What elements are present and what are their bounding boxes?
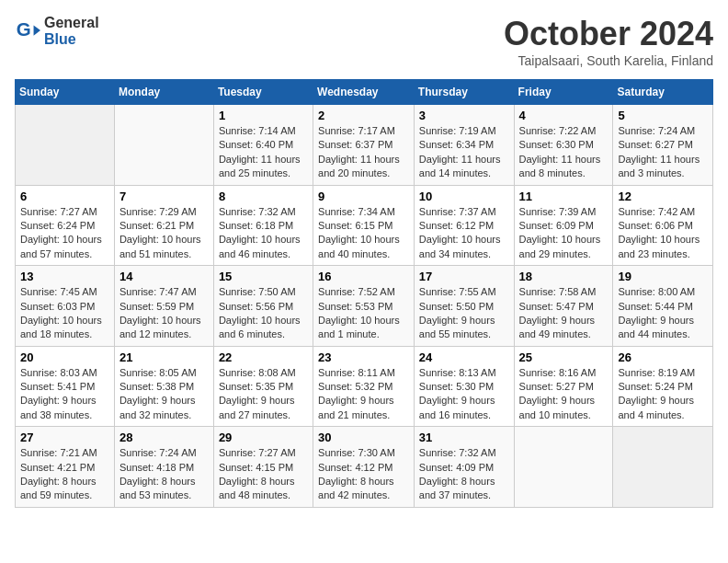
location: Taipalsaari, South Karelia, Finland — [504, 53, 713, 68]
day-info: Sunrise: 8:08 AM Sunset: 5:35 PM Dayligh… — [219, 366, 308, 423]
day-info: Sunrise: 7:24 AM Sunset: 6:27 PM Dayligh… — [618, 124, 708, 181]
day-number: 7 — [119, 190, 209, 203]
day-info: Sunrise: 8:16 AM Sunset: 5:27 PM Dayligh… — [519, 366, 609, 423]
day-number: 4 — [519, 109, 609, 122]
month-title: October 2024 — [504, 15, 713, 53]
calendar-cell: 13Sunrise: 7:45 AM Sunset: 6:03 PM Dayli… — [16, 266, 115, 347]
calendar-cell: 4Sunrise: 7:22 AM Sunset: 6:30 PM Daylig… — [514, 105, 613, 186]
day-number: 16 — [318, 270, 409, 283]
calendar-cell: 28Sunrise: 7:24 AM Sunset: 4:18 PM Dayli… — [114, 427, 213, 508]
day-info: Sunrise: 8:03 AM Sunset: 5:41 PM Dayligh… — [20, 366, 109, 423]
day-number: 18 — [519, 270, 609, 283]
calendar-cell: 15Sunrise: 7:50 AM Sunset: 5:56 PM Dayli… — [213, 266, 313, 347]
calendar-cell: 2Sunrise: 7:17 AM Sunset: 6:37 PM Daylig… — [313, 105, 415, 186]
calendar-cell: 19Sunrise: 8:00 AM Sunset: 5:44 PM Dayli… — [613, 266, 713, 347]
day-info: Sunrise: 7:55 AM Sunset: 5:50 PM Dayligh… — [419, 285, 509, 342]
day-info: Sunrise: 7:22 AM Sunset: 6:30 PM Dayligh… — [519, 124, 609, 181]
calendar-cell: 25Sunrise: 8:16 AM Sunset: 5:27 PM Dayli… — [514, 346, 613, 427]
day-info: Sunrise: 7:42 AM Sunset: 6:06 PM Dayligh… — [618, 205, 708, 262]
day-info: Sunrise: 7:19 AM Sunset: 6:34 PM Dayligh… — [419, 124, 509, 181]
calendar-week-2: 13Sunrise: 7:45 AM Sunset: 6:03 PM Dayli… — [16, 266, 713, 347]
header-monday: Monday — [114, 80, 213, 105]
day-info: Sunrise: 8:00 AM Sunset: 5:44 PM Dayligh… — [618, 285, 708, 342]
title-block: October 2024 Taipalsaari, South Karelia,… — [504, 15, 713, 68]
header-wednesday: Wednesday — [313, 80, 415, 105]
day-info: Sunrise: 7:27 AM Sunset: 6:24 PM Dayligh… — [20, 205, 109, 262]
calendar-cell: 18Sunrise: 7:58 AM Sunset: 5:47 PM Dayli… — [514, 266, 613, 347]
day-info: Sunrise: 7:39 AM Sunset: 6:09 PM Dayligh… — [519, 205, 609, 262]
day-number: 11 — [519, 190, 609, 203]
day-info: Sunrise: 7:24 AM Sunset: 4:18 PM Dayligh… — [119, 446, 209, 503]
day-number: 15 — [219, 270, 308, 283]
day-info: Sunrise: 7:52 AM Sunset: 5:53 PM Dayligh… — [318, 285, 409, 342]
calendar-cell: 17Sunrise: 7:55 AM Sunset: 5:50 PM Dayli… — [414, 266, 514, 347]
calendar-cell: 5Sunrise: 7:24 AM Sunset: 6:27 PM Daylig… — [613, 105, 713, 186]
calendar-cell — [16, 105, 115, 186]
logo-general: General — [44, 15, 99, 30]
calendar-header-row: SundayMondayTuesdayWednesdayThursdayFrid… — [16, 80, 713, 105]
day-number: 2 — [318, 109, 409, 122]
calendar-cell: 26Sunrise: 8:19 AM Sunset: 5:24 PM Dayli… — [613, 346, 713, 427]
day-info: Sunrise: 8:19 AM Sunset: 5:24 PM Dayligh… — [618, 366, 708, 423]
day-info: Sunrise: 7:32 AM Sunset: 4:09 PM Dayligh… — [419, 446, 509, 503]
calendar-cell: 31Sunrise: 7:32 AM Sunset: 4:09 PM Dayli… — [414, 427, 514, 508]
calendar-week-4: 27Sunrise: 7:21 AM Sunset: 4:21 PM Dayli… — [16, 427, 713, 508]
calendar-cell — [114, 105, 213, 186]
day-number: 20 — [20, 350, 109, 364]
day-number: 19 — [618, 270, 708, 283]
calendar-cell: 16Sunrise: 7:52 AM Sunset: 5:53 PM Dayli… — [313, 266, 415, 347]
day-info: Sunrise: 7:47 AM Sunset: 5:59 PM Dayligh… — [119, 285, 209, 342]
day-info: Sunrise: 7:27 AM Sunset: 4:15 PM Dayligh… — [219, 446, 308, 503]
day-number: 17 — [419, 270, 509, 283]
calendar-week-3: 20Sunrise: 8:03 AM Sunset: 5:41 PM Dayli… — [16, 346, 713, 427]
day-number: 30 — [318, 431, 409, 444]
day-info: Sunrise: 8:13 AM Sunset: 5:30 PM Dayligh… — [419, 366, 509, 423]
day-info: Sunrise: 7:17 AM Sunset: 6:37 PM Dayligh… — [318, 124, 409, 181]
day-info: Sunrise: 7:29 AM Sunset: 6:21 PM Dayligh… — [119, 205, 209, 262]
day-info: Sunrise: 7:58 AM Sunset: 5:47 PM Dayligh… — [519, 285, 609, 342]
day-number: 22 — [219, 350, 308, 364]
calendar-cell: 29Sunrise: 7:27 AM Sunset: 4:15 PM Dayli… — [213, 427, 313, 508]
day-number: 9 — [318, 190, 409, 203]
calendar-cell: 9Sunrise: 7:34 AM Sunset: 6:15 PM Daylig… — [313, 185, 415, 266]
header-saturday: Saturday — [613, 80, 713, 105]
day-info: Sunrise: 7:34 AM Sunset: 6:15 PM Dayligh… — [318, 205, 409, 262]
day-info: Sunrise: 8:11 AM Sunset: 5:32 PM Dayligh… — [318, 366, 409, 423]
day-number: 1 — [219, 109, 308, 122]
calendar-cell: 3Sunrise: 7:19 AM Sunset: 6:34 PM Daylig… — [414, 105, 514, 186]
calendar-cell — [613, 427, 713, 508]
day-number: 3 — [419, 109, 509, 122]
header-friday: Friday — [514, 80, 613, 105]
day-number: 14 — [119, 270, 209, 283]
day-number: 21 — [119, 350, 209, 364]
day-number: 8 — [219, 190, 308, 203]
day-number: 5 — [618, 109, 708, 122]
day-number: 24 — [419, 350, 509, 364]
day-number: 12 — [618, 190, 708, 203]
calendar-week-0: 1Sunrise: 7:14 AM Sunset: 6:40 PM Daylig… — [16, 105, 713, 186]
calendar-cell: 10Sunrise: 7:37 AM Sunset: 6:12 PM Dayli… — [414, 185, 514, 266]
calendar-cell: 21Sunrise: 8:05 AM Sunset: 5:38 PM Dayli… — [114, 346, 213, 427]
day-info: Sunrise: 7:30 AM Sunset: 4:12 PM Dayligh… — [318, 446, 409, 503]
svg-marker-1 — [34, 25, 40, 35]
svg-text:G: G — [17, 18, 31, 40]
calendar-cell: 22Sunrise: 8:08 AM Sunset: 5:35 PM Dayli… — [213, 346, 313, 427]
logo: G General Blue — [15, 15, 99, 48]
logo-icon: G — [15, 18, 40, 44]
day-number: 29 — [219, 431, 308, 444]
day-info: Sunrise: 7:37 AM Sunset: 6:12 PM Dayligh… — [419, 205, 509, 262]
day-number: 28 — [119, 431, 209, 444]
day-info: Sunrise: 7:45 AM Sunset: 6:03 PM Dayligh… — [20, 285, 109, 342]
day-info: Sunrise: 7:50 AM Sunset: 5:56 PM Dayligh… — [219, 285, 308, 342]
calendar-cell: 6Sunrise: 7:27 AM Sunset: 6:24 PM Daylig… — [16, 185, 115, 266]
day-info: Sunrise: 7:14 AM Sunset: 6:40 PM Dayligh… — [219, 124, 308, 181]
day-number: 27 — [20, 431, 109, 444]
calendar-cell: 7Sunrise: 7:29 AM Sunset: 6:21 PM Daylig… — [114, 185, 213, 266]
calendar-cell: 20Sunrise: 8:03 AM Sunset: 5:41 PM Dayli… — [16, 346, 115, 427]
logo-blue: Blue — [44, 31, 76, 47]
header-thursday: Thursday — [414, 80, 514, 105]
calendar-cell: 11Sunrise: 7:39 AM Sunset: 6:09 PM Dayli… — [514, 185, 613, 266]
day-info: Sunrise: 8:05 AM Sunset: 5:38 PM Dayligh… — [119, 366, 209, 423]
calendar-cell: 24Sunrise: 8:13 AM Sunset: 5:30 PM Dayli… — [414, 346, 514, 427]
day-info: Sunrise: 7:21 AM Sunset: 4:21 PM Dayligh… — [20, 446, 109, 503]
